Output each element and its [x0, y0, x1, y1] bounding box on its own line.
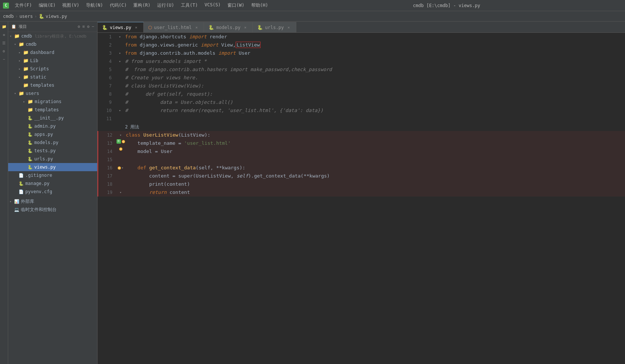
tree-migrations[interactable]: ▸ 📁 migrations	[8, 98, 97, 106]
tree-users[interactable]: ▾ 📁 users	[8, 89, 97, 98]
tab-views-py[interactable]: 🐍 views.py ✕	[98, 22, 144, 32]
users-folder-icon: 📁	[19, 91, 24, 96]
menu-run[interactable]: 运行(U)	[154, 1, 177, 9]
breadcrumb-cmdb[interactable]: cmdb	[3, 14, 14, 19]
section-label: 2 用法	[124, 123, 139, 131]
tree-close-icon[interactable]: −	[92, 24, 94, 29]
menu-code[interactable]: 代码(C)	[107, 1, 130, 9]
tree-apps-py[interactable]: 🐍 apps.py	[8, 130, 97, 138]
tree-root[interactable]: ▾ 📁 cmdb library根目录, E:\cmdb	[8, 32, 97, 40]
code-line-15: 15	[98, 156, 625, 164]
settings-icon[interactable]: ⚙	[1, 48, 7, 54]
line-content-19: return content	[124, 188, 625, 197]
tree-urls-py[interactable]: 🐍 urls.py	[8, 155, 97, 163]
tab-urls-py[interactable]: 🐍 urls.py ✕	[253, 22, 296, 32]
code-line-6: 6 # Create your views here.	[98, 74, 625, 82]
line-content-13: template_name = 'user_list.html'	[124, 139, 625, 147]
code-line-1: 1 ▾ from django.shortcuts import render	[98, 33, 625, 41]
line-content-15	[124, 156, 625, 164]
bookmark-icon[interactable]: ☰	[1, 39, 7, 46]
code-editor[interactable]: 1 ▾ from django.shortcuts import render …	[98, 33, 625, 364]
templates-users-folder-icon: 📁	[28, 107, 33, 112]
tab-models-py[interactable]: 🐍 models.py ✕	[204, 22, 253, 32]
tab-user-list-html[interactable]: ⬡ user_list.html ✕	[144, 22, 204, 32]
tree-models-py[interactable]: 🐍 models.py	[8, 138, 97, 147]
tab-html-close[interactable]: ✕	[194, 25, 199, 30]
cmdb-folder-icon: 📁	[19, 42, 24, 47]
pyvenv-icon: 📄	[19, 189, 24, 194]
tab-views-py-close[interactable]: ✕	[134, 25, 139, 30]
tree-cmdb[interactable]: ▾ 📁 cmdb	[8, 40, 97, 48]
tab-models-close[interactable]: ✕	[243, 25, 248, 30]
tree-gear-icon[interactable]: ⚙	[87, 24, 90, 29]
tree-tests-py[interactable]: 🐍 tests.py	[8, 147, 97, 155]
breadcrumb-users[interactable]: users	[19, 14, 33, 19]
ext-libs-icon: 📊	[14, 199, 19, 204]
tree-dashboard[interactable]: ▸ 📁 dashboard	[8, 48, 97, 57]
code-line-10: 10 ▾ # return render(request, 'user_list…	[98, 106, 625, 115]
menu-navigate[interactable]: 导航(N)	[83, 1, 106, 9]
tree-lib[interactable]: ▸ 📁 Lib	[8, 57, 97, 65]
init-py-icon: 🐍	[28, 115, 33, 121]
tab-views-py-icon: 🐍	[102, 25, 108, 30]
tree-templates-root[interactable]: 📁 templates	[8, 81, 97, 89]
tree-collapse-icon[interactable]: ⚙	[78, 24, 80, 29]
code-line-11: 11	[98, 115, 625, 123]
menu-window[interactable]: 窗口(W)	[224, 1, 248, 9]
tree-views-py[interactable]: 🐍 views.py	[8, 163, 97, 171]
menu-file[interactable]: 文件(F)	[12, 1, 35, 9]
fold-arrow-10[interactable]: ▾	[119, 106, 121, 115]
menu-view[interactable]: 视图(V)	[59, 1, 82, 9]
menu-tools[interactable]: 工具(T)	[178, 1, 201, 9]
tree-static[interactable]: ▸ 📁 static	[8, 73, 97, 81]
line-content-6: # Create your views here.	[124, 74, 625, 82]
breakpoint-14[interactable]	[119, 147, 122, 151]
code-line-13: 13 H template_name = 'user_list.html'	[98, 139, 625, 147]
menu-bar[interactable]: 文件(F) 编辑(E) 视图(V) 导航(N) 代码(C) 重构(R) 运行(U…	[12, 1, 271, 9]
structure-icon[interactable]: ≡	[1, 31, 7, 38]
models-py-icon: 🐍	[28, 140, 33, 145]
breakpoint-16[interactable]	[118, 166, 121, 170]
fold-arrow-19[interactable]: ▾	[119, 188, 121, 197]
fold-arrow-16[interactable]: ▾	[121, 164, 123, 172]
fold-arrow-12[interactable]: ▾	[119, 131, 121, 139]
tree-pyvenv[interactable]: 📄 pyvenv.cfg	[8, 188, 97, 196]
fold-arrow-1[interactable]: ▾	[119, 33, 121, 41]
dashboard-folder-icon: 📁	[23, 50, 29, 55]
tests-py-icon: 🐍	[28, 148, 33, 153]
breadcrumb-file[interactable]: 🐍 views.py	[39, 14, 67, 19]
breadcrumb: cmdb › users › 🐍 views.py	[0, 11, 625, 22]
menu-edit[interactable]: 编辑(E)	[36, 1, 59, 9]
breadcrumb-sep2: ›	[34, 14, 37, 19]
tab-urls-close[interactable]: ✕	[286, 25, 291, 30]
tree-gitignore[interactable]: 📄 .gitignore	[8, 171, 97, 179]
menu-help[interactable]: 帮助(H)	[248, 1, 271, 9]
line-content-10: # return render(request, 'user_list.html…	[124, 106, 625, 115]
line-content-2: from django.views.generic import View,Li…	[124, 41, 625, 49]
file-tree: 📋 项目 ⚙ ≡ ⚙ − ▾ 📁 cmdb library根目录, E:\cmd…	[8, 22, 98, 364]
window-title: cmdb [E:\cmdb] - views.py	[271, 3, 622, 8]
minus-icon[interactable]: −	[1, 56, 7, 63]
tree-init-py[interactable]: 🐍 __init__.py	[8, 114, 97, 122]
code-line-17: 17 content = super(UserListView, self).g…	[98, 172, 625, 180]
code-line-14: 14 model = User	[98, 147, 625, 156]
line-content-14: model = User	[124, 147, 625, 156]
tree-manage-py[interactable]: 🐍 manage.py	[8, 179, 97, 188]
tree-scripts[interactable]: ▸ 📁 Scripts	[8, 65, 97, 73]
line-content-8: # def get(self, request):	[124, 90, 625, 98]
fold-arrow-3[interactable]: ▾	[119, 49, 121, 57]
tree-settings-icon[interactable]: ≡	[82, 24, 85, 29]
menu-refactor[interactable]: 重构(R)	[130, 1, 153, 9]
fold-arrow-4[interactable]: ▾	[119, 57, 121, 66]
tree-admin-py[interactable]: 🐍 admin.py	[8, 122, 97, 130]
tree-scratch[interactable]: 💻 临时文件和控制台	[8, 205, 97, 214]
tree-project-icon[interactable]: 📋	[11, 24, 16, 29]
menu-vcs[interactable]: VCS(S)	[202, 1, 224, 9]
line-content-16: def get_context_data(self, **kwargs):	[124, 164, 625, 172]
tree-templates-users[interactable]: 📁 templates	[8, 106, 97, 114]
line-content-7: # class UserListView(View):	[124, 82, 625, 90]
project-icon[interactable]: 📁	[1, 23, 7, 30]
code-line-2: 2 from django.views.generic import View,…	[98, 41, 625, 49]
tree-external-libs[interactable]: ▸ 📊 外部库	[8, 197, 97, 205]
code-line-5: 5 # from django.contrib.auth.hashers imp…	[98, 66, 625, 74]
